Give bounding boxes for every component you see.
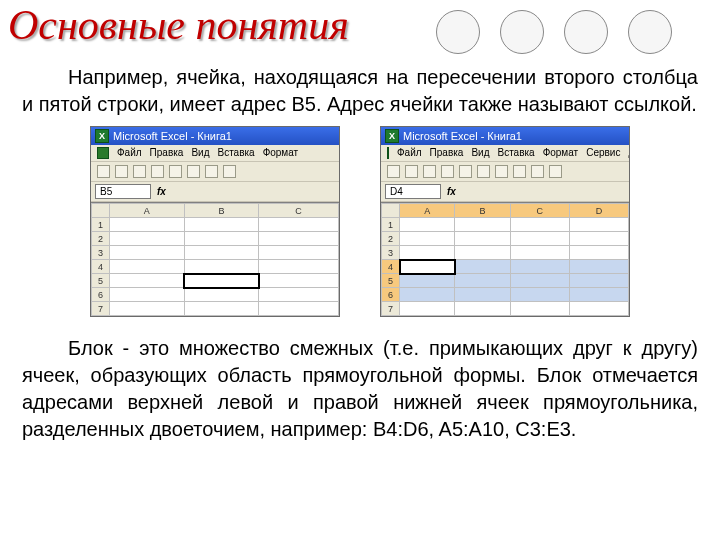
col-header[interactable]: B bbox=[184, 204, 259, 218]
menu-item[interactable]: Да bbox=[628, 147, 629, 159]
col-header[interactable]: C bbox=[259, 204, 339, 218]
fx-icon[interactable]: fx bbox=[447, 186, 456, 197]
menu-item[interactable]: Формат bbox=[543, 147, 579, 159]
col-header[interactable]: A bbox=[110, 204, 185, 218]
toolbar-right bbox=[381, 162, 629, 182]
save-icon[interactable] bbox=[423, 165, 436, 178]
col-header[interactable]: A bbox=[400, 204, 455, 218]
app-title-right: Microsoft Excel - Книга1 bbox=[403, 130, 522, 142]
open-icon[interactable] bbox=[405, 165, 418, 178]
open-icon[interactable] bbox=[115, 165, 128, 178]
col-header[interactable]: C bbox=[510, 204, 569, 218]
paragraph-2: Блок - это множество смежных (т.е. примы… bbox=[22, 335, 698, 443]
menu-item[interactable]: Вставка bbox=[497, 147, 534, 159]
copy-icon[interactable] bbox=[495, 165, 508, 178]
preview-icon[interactable] bbox=[459, 165, 472, 178]
undo-icon[interactable] bbox=[531, 165, 544, 178]
paste-icon[interactable] bbox=[513, 165, 526, 178]
name-box-right[interactable]: D4 bbox=[385, 184, 441, 199]
name-box-left[interactable]: B5 bbox=[95, 184, 151, 199]
redo-icon[interactable] bbox=[549, 165, 562, 178]
excel-icon: X bbox=[95, 129, 109, 143]
doc-icon bbox=[387, 147, 389, 159]
titlebar-right: X Microsoft Excel - Книга1 bbox=[381, 127, 629, 145]
col-header[interactable]: D bbox=[569, 204, 628, 218]
preview-icon[interactable] bbox=[169, 165, 182, 178]
menu-item[interactable]: Правка bbox=[150, 147, 184, 159]
paste-icon[interactable] bbox=[223, 165, 236, 178]
print-icon[interactable] bbox=[441, 165, 454, 178]
menu-item[interactable]: Вид bbox=[471, 147, 489, 159]
doc-icon bbox=[97, 147, 109, 159]
app-title-left: Microsoft Excel - Книга1 bbox=[113, 130, 232, 142]
grid-left[interactable]: A B C 1 2 3 4 5 6 7 bbox=[91, 202, 339, 316]
print-icon[interactable] bbox=[151, 165, 164, 178]
new-icon[interactable] bbox=[97, 165, 110, 178]
excel-left: X Microsoft Excel - Книга1 Файл Правка В… bbox=[90, 126, 340, 317]
menu-item[interactable]: Формат bbox=[263, 147, 299, 159]
toolbar-left bbox=[91, 162, 339, 182]
cut-icon[interactable] bbox=[187, 165, 200, 178]
menu-item[interactable]: Файл bbox=[397, 147, 422, 159]
cut-icon[interactable] bbox=[477, 165, 490, 178]
copy-icon[interactable] bbox=[205, 165, 218, 178]
fx-icon[interactable]: fx bbox=[157, 186, 166, 197]
grid-right[interactable]: A B C D 1 2 3 4 5 6 7 bbox=[381, 202, 629, 316]
menu-item[interactable]: Вид bbox=[191, 147, 209, 159]
menubar-right: Файл Правка Вид Вставка Формат Сервис Да bbox=[381, 145, 629, 162]
new-icon[interactable] bbox=[387, 165, 400, 178]
selected-cell-b5[interactable] bbox=[184, 274, 259, 288]
decorative-circles bbox=[436, 10, 672, 54]
menu-item[interactable]: Сервис bbox=[586, 147, 620, 159]
titlebar-left: X Microsoft Excel - Книга1 bbox=[91, 127, 339, 145]
save-icon[interactable] bbox=[133, 165, 146, 178]
menu-item[interactable]: Файл bbox=[117, 147, 142, 159]
excel-icon: X bbox=[385, 129, 399, 143]
paragraph-1: Например, ячейка, находящаяся на пересеч… bbox=[22, 64, 698, 118]
range-anchor[interactable] bbox=[400, 260, 455, 274]
menubar-left: Файл Правка Вид Вставка Формат bbox=[91, 145, 339, 162]
excel-right: X Microsoft Excel - Книга1 Файл Правка В… bbox=[380, 126, 630, 317]
col-header[interactable]: B bbox=[455, 204, 510, 218]
menu-item[interactable]: Вставка bbox=[217, 147, 254, 159]
menu-item[interactable]: Правка bbox=[430, 147, 464, 159]
